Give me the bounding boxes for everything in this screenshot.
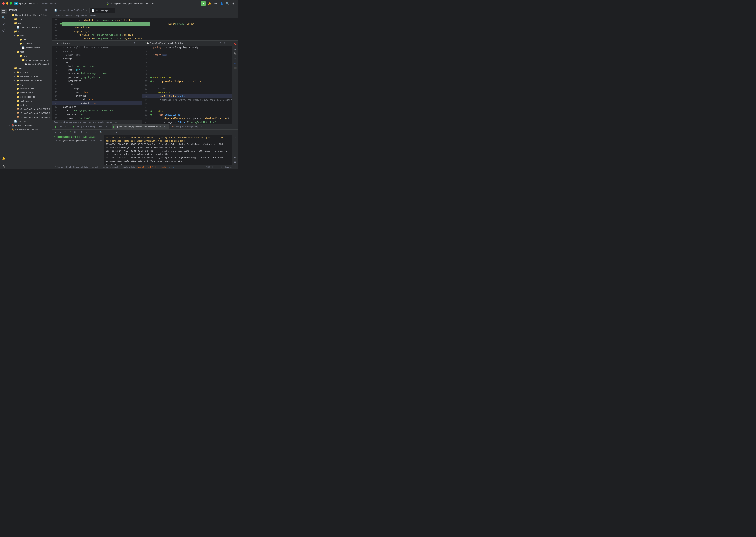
toolbar-import[interactable]: ⬆ <box>89 130 93 134</box>
sidebar-icon-build[interactable] <box>1 27 7 33</box>
tree-item-test[interactable]: ▾📁test <box>7 50 52 54</box>
toolbar-stop[interactable]: ■ <box>58 130 63 134</box>
tree-item-external-libraries[interactable]: ▸📚External Libraries <box>7 123 52 127</box>
tab-springboot-app[interactable]: ▶ SpringBootStudyApplication ✕ <box>71 124 111 129</box>
tree-item-springbootstudy-0-0-1-snaps[interactable]: 📦SpringBootStudy-0.0.1-SNAPS <box>7 115 52 119</box>
close-button[interactable] <box>2 2 5 5</box>
tree-item-2024-06-12-spring-0-log[interactable]: 📄2024-06-12-spring-0.log <box>7 25 52 29</box>
project-header-settings[interactable]: ⚙ <box>45 9 47 11</box>
tree-item-springbootstudy[interactable]: ▾📁SpringBootStudy~/Desktop/CS/Ja <box>7 13 52 17</box>
tree-item-log[interactable]: ▾📁log <box>7 21 52 25</box>
bottom-maximize[interactable]: □ <box>232 125 236 129</box>
tree-item-springbootstudyappl[interactable]: ☕SpringBootStudyAppl <box>7 62 52 66</box>
project-selector[interactable]: SB SpringBootStudy ▾ <box>14 2 39 5</box>
tree-item-generated-test-sources[interactable]: ▸📁generated-test-sources <box>7 78 52 83</box>
notification-icon[interactable]: 🔔 <box>207 1 212 6</box>
yml-gear[interactable]: ⚙ <box>132 41 136 45</box>
minimize-button[interactable] <box>6 2 8 5</box>
toolbar-checkmark[interactable]: ✓ <box>68 130 72 134</box>
sidebar-icon-notifications[interactable]: 🔔 <box>1 156 7 161</box>
toolbar-export[interactable]: ⬇ <box>94 130 98 134</box>
bc-class[interactable]: SpringBootStudyApplicationTests <box>137 166 166 168</box>
settings-icon[interactable]: ⚙ <box>231 1 236 6</box>
run-tree-root[interactable]: ✓ ▾ SpringBootStudyApplicationTests 1 se… <box>52 139 104 142</box>
bc-src[interactable]: src <box>90 166 93 168</box>
java-editor[interactable]: 1package com.example.springbootstudy; 2 … <box>142 46 232 124</box>
bc-springbootstudy[interactable]: SpringBootStudy <box>73 166 88 168</box>
right-gutter-vcs[interactable] <box>233 46 237 51</box>
toolbar-next[interactable]: → <box>110 130 114 134</box>
yml-more[interactable]: ⋯ <box>136 41 140 45</box>
bc-method[interactable]: sender <box>168 166 174 168</box>
pom-bc-dependencies[interactable]: dependencies <box>62 15 74 17</box>
tab-run[interactable]: ▶ Run ✕ <box>54 124 70 129</box>
status-indent[interactable]: 4 spaces <box>225 166 232 168</box>
account-icon[interactable]: 👤 <box>219 1 224 6</box>
bottom-list-icon[interactable]: ☰ <box>233 160 237 165</box>
bc-example[interactable]: example <box>111 166 119 168</box>
bc-test[interactable]: test <box>95 166 98 168</box>
pom-bc-project[interactable]: project <box>54 15 60 17</box>
java-tab-close[interactable]: ✕ <box>186 42 187 44</box>
tree-item-generated-sources[interactable]: ▸📁generated-sources <box>7 74 52 78</box>
tree-item--idea[interactable]: ▾📁.idea <box>7 17 52 21</box>
status-linesep[interactable]: LF <box>212 166 215 168</box>
tree-item-maven-archiver[interactable]: ▸📁maven-archiver <box>7 87 52 91</box>
tab-yml-close[interactable]: ✕ <box>111 9 113 11</box>
scroll-top-icon[interactable]: ⬆ <box>233 136 237 140</box>
tab-maven[interactable]: m SpringBootStudy [install] ✕ <box>170 124 206 129</box>
tab-pom-xml[interactable]: 📄 pom.xml (SpringBootStudy) ✕ <box>52 8 90 13</box>
toolbar-prev[interactable]: ← <box>105 130 109 134</box>
bc-com[interactable]: com <box>106 166 109 168</box>
bc-java[interactable]: java <box>100 166 104 168</box>
tree-item-resources[interactable]: ▾📁resources <box>7 42 52 46</box>
pom-bc-dependency[interactable]: dependency <box>76 15 87 17</box>
toolbar-step[interactable]: ↷ <box>63 130 67 134</box>
bc-springbootstudy2[interactable]: springbootstudy <box>121 166 135 168</box>
right-gutter-plugin[interactable]: 🔌 <box>233 51 237 56</box>
toolbar-cross[interactable]: ✕ <box>73 130 77 134</box>
tree-item-target[interactable]: ▾📁target <box>7 66 52 70</box>
version-control-label[interactable]: Version control <box>42 2 56 5</box>
right-gutter-bookmark[interactable]: 🔖 <box>233 42 237 46</box>
yml-filename-tab[interactable]: application.yml <box>57 42 70 44</box>
tree-item-scratches-and-consoles[interactable]: ▸✏️Scratches and Consoles <box>7 127 52 132</box>
tree-item-test-classes[interactable]: ▸📁test-classes <box>7 99 52 103</box>
toolbar-search[interactable]: 🔍 <box>99 130 103 134</box>
tab-run-close[interactable]: ✕ <box>63 124 68 129</box>
tree-item-src[interactable]: ▾📁src <box>7 29 52 33</box>
bottom-minimize[interactable]: − <box>228 125 232 129</box>
tree-item-springbootstudy-0-0-1-snaps[interactable]: 📦SpringBootStudy-0.0.1-SNAPS <box>7 111 52 115</box>
log-output[interactable]: 2024-06-12T14:47:29.285-05:00 WARN 64622… <box>104 135 232 165</box>
scroll-bottom-icon[interactable]: ⬇ <box>233 150 237 155</box>
sidebar-icon-plugins[interactable]: 🔌 <box>1 164 7 169</box>
run-button[interactable]: ▶ <box>201 1 206 6</box>
tree-item-application-yml[interactable]: 📄application.yml <box>7 46 52 50</box>
tree-item-test-ids[interactable]: ▸📁test-ids <box>7 103 52 107</box>
tree-item-maven-status[interactable]: ▸📁maven-status <box>7 91 52 95</box>
tab-tests-context[interactable]: ▶ SpringBootStudyApplicationTests.contex… <box>111 124 169 129</box>
right-gutter-more[interactable]: m <box>233 56 237 61</box>
git-branch[interactable]: SpringBootStudy <box>57 166 72 168</box>
java-checkmark-btn[interactable]: ✓ <box>218 41 222 45</box>
tab-pom-close[interactable]: ✕ <box>86 9 87 11</box>
sidebar-icon-search[interactable]: 🔍 <box>1 15 7 21</box>
tab-maven-close[interactable]: ✕ <box>199 124 205 129</box>
java-more[interactable]: ⋯ <box>226 41 230 45</box>
sidebar-icon-project[interactable] <box>1 9 7 14</box>
java-filename-tab[interactable]: SpringBootStudyApplicationTests.java <box>150 42 184 44</box>
tab-springapp-close[interactable]: ✕ <box>104 124 109 129</box>
tree-item-pom-xml[interactable]: 📄pom.xml <box>7 119 52 123</box>
tree-item-log[interactable]: ▸📁log <box>7 83 52 87</box>
tree-item-surefire-reports[interactable]: ▸📁surefire-reports <box>7 95 52 99</box>
tree-item-springbootstudy-0-0-1-snaps[interactable]: 📦SpringBootStudy-0.0.1-SNAPS <box>7 107 52 111</box>
tree-item-main[interactable]: ▾📁main <box>7 33 52 38</box>
right-gutter-notify[interactable]: ● <box>233 61 237 65</box>
toolbar-filter[interactable]: ⚙ <box>79 130 83 134</box>
tree-item-java[interactable]: ▾📁java <box>7 38 52 42</box>
right-gutter-terminal[interactable]: ⬛ <box>233 66 237 70</box>
tree-item-com-example-springboot[interactable]: ▾📁com.example.springboot <box>7 58 52 62</box>
tab-tests-close[interactable]: ✕ <box>162 124 167 129</box>
maximize-button[interactable] <box>10 2 12 5</box>
toolbar-sort[interactable]: ↕ <box>84 130 88 134</box>
